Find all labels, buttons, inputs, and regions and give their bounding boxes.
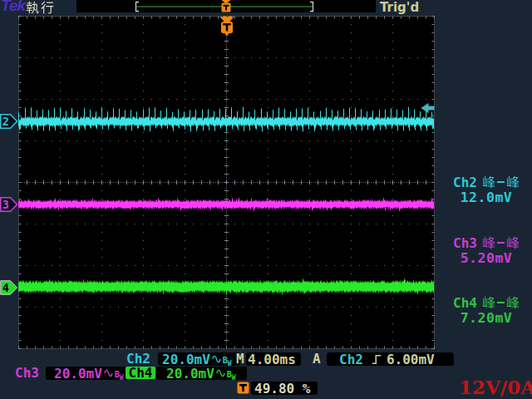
readout-ch4-label-selected: Ch4 bbox=[126, 367, 155, 379]
measurement-ch2-peak-to-peak: Ch2 12.0mV bbox=[447, 175, 525, 203]
channel-digit: 4 bbox=[2, 281, 9, 294]
acquisition-status bbox=[26, 1, 54, 14]
bw-wrap: BW bbox=[113, 365, 124, 382]
trigger-level: 6.00mV bbox=[387, 352, 435, 367]
ac-coupling-icon bbox=[212, 354, 221, 364]
measurement-label: Ch4 bbox=[447, 296, 525, 309]
ac-coupling-icon bbox=[216, 368, 225, 378]
bandwidth-limit-icon: BW bbox=[227, 370, 236, 379]
timebase-value-box: 4.00ms bbox=[246, 352, 301, 366]
readout-ch4-scale-box: 20.0mV BW bbox=[156, 367, 247, 380]
channel-digit: 2 bbox=[2, 115, 9, 128]
cjk-feng-glyph bbox=[482, 175, 495, 189]
cjk-xing-glyph bbox=[41, 1, 54, 14]
measurement-label: Ch2 bbox=[447, 175, 525, 189]
cjk-feng-glyph bbox=[506, 296, 520, 309]
channel-marker-ch4: 4 bbox=[0, 280, 18, 295]
oscilloscope-screen: Tek Trig'd 2 3 4 Ch2 12.0mV Ch3 bbox=[0, 0, 532, 399]
measurement-channel: Ch3 bbox=[453, 235, 477, 251]
readout-ch2-scale-box: 20.0mV BW bbox=[158, 352, 240, 366]
ch4-scale-value: 20.0mV bbox=[166, 366, 214, 382]
trigger-position-value: 49.80 % bbox=[254, 381, 310, 397]
trigger-position-marker bbox=[218, 16, 236, 37]
measurement-label: Ch3 bbox=[447, 236, 525, 249]
channel-marker-ch2: 2 bbox=[0, 114, 18, 129]
measurement-ch4-peak-to-peak: Ch4 7.20mV bbox=[447, 296, 525, 323]
trigger-mode-label: A bbox=[313, 352, 321, 366]
trigger-status: Trig'd bbox=[380, 0, 419, 15]
record-view-graphic bbox=[76, 0, 376, 12]
graticule bbox=[18, 16, 435, 349]
trigger-t-badge bbox=[237, 382, 249, 394]
trigger-level-arrow bbox=[421, 102, 435, 114]
cjk-feng-glyph bbox=[506, 236, 520, 249]
measurement-channel: Ch4 bbox=[453, 295, 477, 311]
channel-digit: 3 bbox=[2, 198, 9, 211]
bandwidth-limit-icon: BW bbox=[223, 356, 232, 365]
cjk-zhi-glyph bbox=[26, 1, 39, 14]
trace-ch2 bbox=[19, 107, 434, 131]
readout-ch3-label: Ch3 bbox=[15, 367, 39, 380]
record-view-bar bbox=[76, 0, 376, 12]
measurement-ch3-peak-to-peak: Ch3 5.20mV bbox=[447, 236, 525, 264]
coupling-symbol bbox=[214, 368, 225, 378]
coupling-symbol bbox=[102, 368, 113, 378]
timebase-value: 4.00ms bbox=[248, 352, 296, 367]
bandwidth-limit-icon: BW bbox=[115, 370, 124, 379]
cjk-feng-glyph bbox=[482, 296, 495, 309]
dash bbox=[497, 302, 505, 303]
trigger-source: Ch2 bbox=[339, 352, 363, 367]
bw-wrap: BW bbox=[225, 365, 236, 382]
coupling-symbol bbox=[210, 354, 221, 364]
ac-coupling-icon bbox=[104, 368, 113, 378]
channel-marker-ch3: 3 bbox=[0, 197, 18, 212]
measurement-value: 12.0mV bbox=[447, 190, 525, 203]
trigger-position-marker-small bbox=[222, 0, 231, 12]
readout-ch2-label: Ch2 bbox=[126, 352, 150, 366]
tek-logo: Tek bbox=[1, 0, 25, 15]
trigger-readout-box: Ch2 6.00mV bbox=[327, 352, 454, 366]
ch3-scale-value: 20.0mV bbox=[54, 366, 102, 382]
measurement-channel: Ch2 bbox=[453, 175, 477, 190]
rising-edge-icon bbox=[372, 354, 382, 365]
cjk-feng-glyph bbox=[506, 175, 520, 189]
waveforms bbox=[18, 16, 435, 349]
measurement-value: 5.20mV bbox=[447, 250, 525, 264]
trigger-position-box: 49.80 % bbox=[251, 382, 318, 395]
dash bbox=[497, 242, 505, 244]
psu-overlay-label: 12V/0A bbox=[459, 376, 532, 398]
dash bbox=[497, 181, 505, 183]
timebase-label: M bbox=[236, 352, 244, 366]
cjk-feng-glyph bbox=[482, 236, 495, 249]
measurement-value: 7.20mV bbox=[447, 310, 525, 323]
readout-ch3-scale-box: 20.0mV BW bbox=[46, 367, 132, 380]
